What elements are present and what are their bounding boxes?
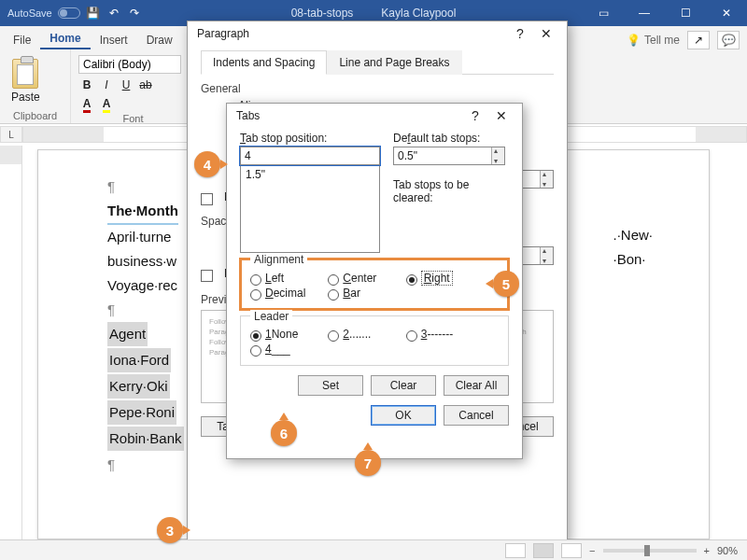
- align-decimal-radio[interactable]: Decimal: [250, 287, 325, 300]
- window-controls: ▭ — ☐ ✕: [583, 0, 747, 26]
- set-button[interactable]: Set: [298, 375, 363, 396]
- zoom-value[interactable]: 90%: [717, 545, 738, 556]
- title-center: 08-tab-stops Kayla Claypool: [291, 7, 457, 20]
- body-line: .·New·: [613, 223, 653, 247]
- tab-file[interactable]: File: [4, 30, 40, 49]
- tab-home[interactable]: Home: [40, 28, 90, 49]
- maximize-icon[interactable]: ☐: [665, 0, 706, 26]
- callout-5: 5: [493, 271, 519, 297]
- tab-insert[interactable]: Insert: [91, 30, 137, 49]
- autosave-toggle[interactable]: [58, 7, 80, 19]
- tabs-dialog: Tabs ? ✕ TTab stop position:ab stop posi…: [226, 103, 523, 459]
- paste-button[interactable]: Paste: [7, 57, 44, 105]
- tab-selector[interactable]: L: [0, 126, 22, 143]
- leader-dash-radio[interactable]: 3 -------: [406, 328, 481, 341]
- tab-indents-spacing[interactable]: Indents and Spacing: [201, 50, 327, 75]
- table-row: Agent: [107, 322, 148, 346]
- web-layout-icon[interactable]: [561, 543, 582, 558]
- strike-button[interactable]: ab: [137, 77, 154, 93]
- table-row: Pepe·Roni: [107, 400, 176, 425]
- zoom-in-icon[interactable]: +: [704, 545, 710, 556]
- clear-all-button[interactable]: Clear All: [444, 375, 509, 396]
- ribbon-options-icon[interactable]: ▭: [583, 0, 624, 26]
- tabs-dialog-title[interactable]: Tabs ? ✕: [227, 104, 522, 128]
- list-item[interactable]: 1.5": [246, 168, 374, 181]
- align-left-radio[interactable]: Left: [250, 272, 325, 285]
- tab-stop-list[interactable]: 1.5": [240, 165, 380, 253]
- leader-dots-radio[interactable]: 2 .......: [328, 328, 402, 341]
- font-name-combo[interactable]: [78, 55, 181, 74]
- leader-underline-radio[interactable]: 4 ___: [250, 343, 325, 356]
- body-line: ·Bon·: [613, 247, 653, 272]
- align-bar-radio[interactable]: Bar: [328, 287, 402, 300]
- default-tab-stops-label: Default tab stops:: [393, 132, 509, 145]
- group-clipboard: Clipboard: [7, 110, 63, 123]
- callout-4: 4: [194, 151, 220, 177]
- table-row: Robin·Bank: [107, 427, 184, 451]
- callout-3: 3: [157, 517, 183, 543]
- help-icon[interactable]: ?: [462, 108, 488, 123]
- zoom-out-icon[interactable]: −: [589, 545, 595, 556]
- tab-line-breaks[interactable]: Line and Page Breaks: [327, 50, 461, 75]
- clipboard-icon: [12, 59, 38, 89]
- close-icon[interactable]: ✕: [533, 26, 559, 41]
- table-row: Kerry·Oki: [107, 374, 170, 399]
- callout-7: 7: [355, 450, 381, 476]
- general-label: General: [201, 82, 554, 95]
- read-mode-icon[interactable]: [505, 543, 526, 558]
- doc-name: 08-tab-stops: [291, 7, 354, 20]
- default-tab-stops-input[interactable]: 0.5": [393, 147, 505, 165]
- italic-button[interactable]: I: [98, 77, 115, 93]
- tell-me[interactable]: 💡Tell me: [627, 34, 680, 47]
- undo-icon[interactable]: ↶: [106, 6, 121, 21]
- zoom-slider[interactable]: [603, 549, 697, 553]
- alignment-group: Alignment Left Center Right Decimal Bar: [240, 259, 509, 310]
- bold-button[interactable]: B: [78, 77, 95, 93]
- help-icon[interactable]: ?: [507, 26, 533, 41]
- vertical-ruler[interactable]: [0, 146, 22, 539]
- clear-button[interactable]: Clear: [371, 375, 436, 396]
- leader-group: Leader 1 None 2 ....... 3 ------- 4 ___: [240, 315, 509, 366]
- highlight-icon[interactable]: A: [98, 96, 115, 113]
- status-bar: − + 90%: [0, 539, 747, 560]
- align-center-radio[interactable]: Center: [328, 272, 402, 285]
- tab-draw[interactable]: Draw: [137, 30, 182, 49]
- save-icon[interactable]: 💾: [86, 6, 101, 21]
- close-icon[interactable]: ✕: [706, 0, 747, 26]
- dont-add-checkbox[interactable]: [201, 270, 213, 282]
- table-row: Iona·Ford: [107, 348, 171, 372]
- group-font: Font: [78, 113, 188, 126]
- mirror-checkbox[interactable]: [201, 193, 213, 205]
- tabs-ok-button[interactable]: OK: [371, 405, 436, 426]
- close-icon[interactable]: ✕: [488, 108, 514, 123]
- to-be-cleared-label: Tab stops to be cleared:: [393, 178, 509, 204]
- qat: AutoSave 💾 ↶ ↷: [0, 6, 142, 21]
- autosave-label: AutoSave: [7, 7, 52, 19]
- print-layout-icon[interactable]: [533, 543, 554, 558]
- tab-stop-position-label: TTab stop position:ab stop position:: [240, 132, 380, 145]
- font-color-icon[interactable]: A: [78, 96, 95, 113]
- user-name: Kayla Claypool: [381, 7, 456, 20]
- share-button[interactable]: ↗: [687, 31, 710, 49]
- tabs-cancel-button[interactable]: Cancel: [444, 405, 509, 426]
- redo-icon[interactable]: ↷: [127, 6, 142, 21]
- paragraph-dialog-title[interactable]: Paragraph ? ✕: [188, 21, 567, 46]
- bulb-icon: 💡: [627, 34, 641, 47]
- tab-stop-position-input[interactable]: 4: [240, 147, 380, 165]
- comments-button[interactable]: 💬: [717, 31, 740, 49]
- leader-none-radio[interactable]: 1 None: [250, 328, 325, 341]
- callout-6: 6: [271, 420, 297, 446]
- minimize-icon[interactable]: —: [624, 0, 665, 26]
- underline-button[interactable]: U: [118, 77, 134, 93]
- align-right-radio[interactable]: Right: [406, 271, 481, 286]
